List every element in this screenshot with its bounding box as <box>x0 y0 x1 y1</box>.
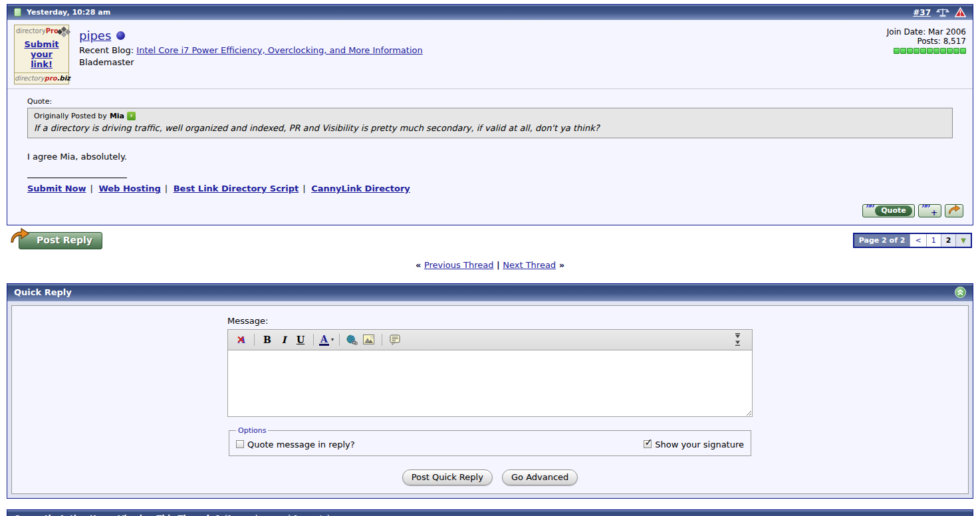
post-controls: ”” Quote ”” + <box>7 194 973 225</box>
post-body: directoryPro Submit your link! directory… <box>7 20 973 225</box>
post-reply-text: I agree Mia, absolutely. <box>27 152 953 162</box>
pagination-page-2-current: 2 <box>941 234 956 247</box>
post-quick-reply-button[interactable]: Post Quick Reply <box>402 469 493 485</box>
expand-editor-icon[interactable] <box>735 340 741 346</box>
message-editor: A ✕ B I U A ▾ <box>227 329 753 417</box>
show-signature-checkbox[interactable]: ✓ Show your signature <box>644 440 744 450</box>
quote-marks-icon: ”” <box>921 206 929 211</box>
username-link[interactable]: pipes <box>79 29 111 43</box>
message-label: Message: <box>227 316 753 326</box>
checkbox-checked[interactable]: ✓ <box>644 440 652 448</box>
pagination-dropdown[interactable]: ▼ <box>955 234 971 247</box>
active-users-panel: Currently Active Users Viewing This Thre… <box>7 509 973 516</box>
signature-link-submit-now[interactable]: Submit Now <box>27 184 86 194</box>
user-avatar[interactable]: directoryPro Submit your link! directory… <box>14 25 69 84</box>
quote-header-prefix: Originally Posted by <box>34 112 107 120</box>
user-stats: Join Date: Mar 2006 Posts: 8,517 <box>887 25 966 84</box>
post-message: Quote: Originally Posted by Mia › If a d… <box>7 89 973 194</box>
insert-link-icon[interactable] <box>345 332 360 347</box>
underline-icon[interactable]: U <box>293 332 308 347</box>
editor-toolbar: A ✕ B I U A ▾ <box>228 330 752 350</box>
signature-link-web-hosting[interactable]: Web Hosting <box>98 184 160 194</box>
recent-blog-link[interactable]: Intel Core i7 Power Efficiency, Overcloc… <box>136 45 422 55</box>
quote-author: Mia <box>110 112 124 120</box>
shrink-editor-icon[interactable] <box>735 333 741 338</box>
plus-icon: + <box>931 208 937 217</box>
reputation-scales-icon[interactable] <box>936 7 949 17</box>
signature: Submit Now| Web Hosting| Best Link Direc… <box>27 178 953 194</box>
online-status-icon <box>116 31 125 40</box>
quick-reply-panel: Quick Reply Message: A ✕ <box>7 283 973 499</box>
pagination-page-1[interactable]: 1 <box>926 234 941 247</box>
go-advanced-button[interactable]: Go Advanced <box>502 469 578 485</box>
editor-resize-controls <box>735 333 741 346</box>
italic-icon[interactable]: I <box>277 332 291 347</box>
forum-post: Yesterday, 10:28 am #37 <box>7 4 973 225</box>
insert-image-icon[interactable] <box>362 332 376 347</box>
forum-page: Yesterday, 10:28 am #37 <box>0 0 980 516</box>
recent-blog-label: Recent Blog: <box>79 45 134 55</box>
thread-toolbar: Post Reply Page 2 of 2 < 1 2 ▼ <box>8 232 972 249</box>
reply-arrow-icon <box>947 205 961 217</box>
wrap-quote-icon[interactable] <box>388 332 402 347</box>
reputation-bar <box>887 48 966 54</box>
quick-reply-button[interactable] <box>945 204 963 217</box>
quoted-text: If a directory is driving traffic, well … <box>34 123 946 133</box>
post-number-link[interactable]: #37 <box>913 8 931 17</box>
user-title: Blademaster <box>79 57 423 67</box>
reply-options: Options Quote message in reply? ✓ Show y… <box>229 426 751 456</box>
post-date: Yesterday, 10:28 am <box>27 8 110 17</box>
avatar-brand-gray: directory <box>16 27 46 35</box>
quote-marks-icon: ”” <box>866 206 873 211</box>
post-user-info: directoryPro Submit your link! directory… <box>7 20 973 88</box>
toolbar-separator <box>313 334 314 346</box>
toolbar-separator <box>382 334 382 346</box>
remove-formatting-icon[interactable]: A ✕ <box>234 332 249 347</box>
pagination: Page 2 of 2 < 1 2 ▼ <box>853 233 972 248</box>
signature-divider <box>27 178 127 178</box>
bold-icon[interactable]: B <box>260 332 275 347</box>
font-color-icon[interactable]: A ▾ <box>319 333 334 346</box>
raquo-icon: » <box>559 260 564 270</box>
post-date-bar: Yesterday, 10:28 am #37 <box>7 5 973 20</box>
quick-reply-actions: Post Quick Reply Go Advanced <box>12 469 968 485</box>
pagination-prev[interactable]: < <box>910 234 925 247</box>
toolbar-separator <box>254 334 255 346</box>
quick-reply-message-input[interactable] <box>228 350 752 416</box>
thread-navigation: « Previous Thread | Next Thread » <box>7 260 973 270</box>
quote-button[interactable]: ”” Quote <box>862 204 915 217</box>
avatar-brand-red: Pro <box>46 27 59 35</box>
post-reply-button[interactable]: Post Reply <box>19 232 102 249</box>
view-post-icon[interactable]: › <box>127 112 136 120</box>
quote-label: Quote: <box>27 97 953 106</box>
next-thread-link[interactable]: Next Thread <box>503 260 556 270</box>
toolbar-separator <box>339 334 340 346</box>
collapse-panel-icon[interactable] <box>955 287 966 298</box>
avatar-cta-link[interactable]: Submit your link! <box>20 40 63 70</box>
checkbox-unchecked[interactable] <box>236 440 244 448</box>
laquo-icon: « <box>416 260 421 270</box>
multiquote-button[interactable]: ”” + <box>918 204 941 217</box>
quote-message-checkbox[interactable]: Quote message in reply? <box>236 440 355 450</box>
signature-link-directory-script[interactable]: Best Link Directory Script <box>174 184 299 194</box>
reply-arrow-icon <box>9 228 30 244</box>
post-status-icon <box>14 8 21 17</box>
avatar-diamonds-logo <box>60 27 67 37</box>
signature-link-cannylink[interactable]: CannyLink Directory <box>311 184 410 194</box>
post-count: Posts: 8,517 <box>887 37 966 46</box>
report-post-icon[interactable] <box>955 7 966 17</box>
previous-thread-link[interactable]: Previous Thread <box>424 260 494 270</box>
join-date: Join Date: Mar 2006 <box>887 27 966 37</box>
page-indicator: Page 2 of 2 <box>854 234 910 247</box>
quote-box: Originally Posted by Mia › If a director… <box>27 108 953 138</box>
avatar-domain: directorypro.biz <box>15 72 68 84</box>
quick-reply-title: Quick Reply <box>14 287 72 297</box>
options-legend: Options <box>236 426 268 435</box>
